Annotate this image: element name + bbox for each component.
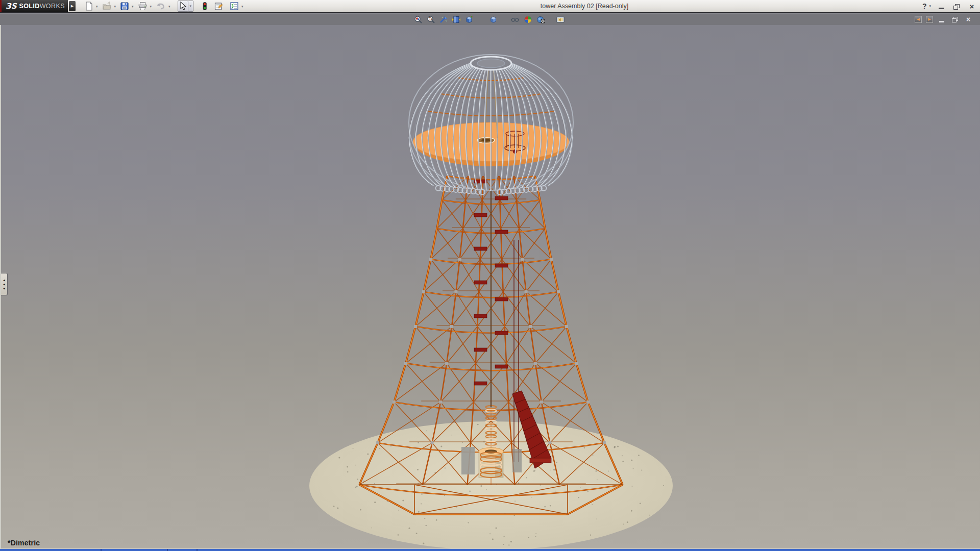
close-button[interactable]: × (967, 2, 977, 11)
select-cursor-icon (179, 2, 187, 11)
help-button[interactable]: ? (922, 2, 927, 10)
undo-arrow-icon (156, 2, 166, 11)
brand-glyph: ЗS (6, 2, 16, 11)
main-toolbar: ▾ ▾ ▾ (84, 0, 247, 12)
open-folder-icon (102, 2, 112, 11)
display-style-icon (489, 15, 498, 24)
undo-button[interactable] (155, 1, 167, 12)
open-button[interactable] (101, 1, 113, 12)
new-dropdown[interactable]: ▾ (96, 5, 98, 9)
apply-scene-button[interactable] (536, 15, 545, 24)
print-button[interactable] (137, 1, 149, 12)
checklist-button[interactable] (229, 1, 240, 12)
display-style-button[interactable] (488, 15, 498, 24)
taskbar-edge (0, 549, 980, 551)
tower-assembly-model (0, 25, 980, 548)
menu-flyout-button[interactable]: ▶ (69, 1, 76, 11)
design-binder-button[interactable] (213, 1, 225, 12)
section-view-button[interactable] (452, 15, 461, 24)
zoom-to-area-button[interactable] (426, 15, 435, 24)
apply-scene-icon (536, 15, 545, 24)
save-button[interactable] (119, 1, 130, 12)
new-document-icon (85, 2, 93, 11)
view-orientation-icon (464, 15, 474, 24)
traffic-light-button[interactable] (201, 1, 209, 12)
select-tool-button[interactable] (178, 1, 188, 12)
next-pane-button[interactable]: ▶ (926, 16, 933, 23)
splitter-arrow-icon: ◀ (3, 283, 5, 286)
doc-restore-button[interactable] (950, 15, 960, 23)
section-view-icon (452, 15, 461, 24)
headsup-view-toolbar (413, 15, 565, 24)
hide-show-items-button[interactable] (510, 15, 520, 24)
checklist-dropdown[interactable]: ▾ (241, 5, 243, 9)
print-icon (138, 2, 148, 11)
open-dropdown[interactable]: ▾ (114, 5, 116, 9)
doc-close-button[interactable]: × (964, 15, 973, 23)
save-floppy-icon (120, 2, 129, 11)
restore-button[interactable] (951, 2, 962, 11)
view-settings-icon (556, 15, 565, 24)
previous-pane-button[interactable]: ◀ (915, 16, 922, 23)
solidworks-logo: ЗSSOLIDWORKS (0, 0, 68, 12)
new-document-button[interactable] (84, 1, 94, 12)
featuremanager-splitter-tab[interactable]: ◀ ◀ ◀ (1, 273, 8, 295)
traffic-light-icon (202, 2, 208, 11)
zoom-to-fit-icon (414, 15, 423, 24)
doc-minimize-button[interactable] (937, 15, 946, 23)
document-title: tower Assembly 02 [Read-only] (500, 0, 669, 12)
splitter-arrow-icon: ◀ (3, 287, 5, 290)
eyeglasses-icon (510, 15, 520, 24)
notepad-icon (214, 2, 224, 11)
solidworks-window: ЗSSOLIDWORKS ▶ ▾ ▾ (0, 0, 980, 551)
zoom-to-fit-button[interactable] (413, 15, 423, 24)
view-settings-button[interactable] (556, 15, 565, 24)
checklist-icon (230, 2, 239, 11)
title-bar: ЗSSOLIDWORKS ▶ ▾ ▾ (0, 0, 980, 13)
previous-view-button[interactable] (439, 15, 448, 24)
minimize-button[interactable] (936, 2, 946, 11)
view-orientation-button[interactable] (464, 15, 474, 24)
print-dropdown[interactable]: ▾ (150, 5, 152, 9)
graphics-viewport[interactable]: ◀ ◀ ◀ *Dimetric (0, 25, 980, 548)
document-window-controls: ◀ ▶ × (915, 15, 973, 23)
zoom-to-area-icon (427, 15, 435, 24)
save-dropdown[interactable]: ▾ (132, 5, 134, 9)
edit-appearance-button[interactable] (523, 15, 532, 24)
undo-dropdown[interactable]: ▾ (168, 5, 170, 9)
headsup-bar: ◀ ▶ × (0, 14, 980, 25)
help-dropdown[interactable]: ▾ (929, 4, 931, 8)
view-orientation-label: *Dimetric (8, 539, 40, 547)
appearance-sphere-icon (524, 15, 532, 24)
previous-view-icon (439, 15, 448, 24)
splitter-arrow-icon: ◀ (3, 279, 5, 282)
select-dropdown[interactable]: ▾ (188, 1, 194, 12)
window-controls: ? ▾ × (922, 0, 977, 12)
